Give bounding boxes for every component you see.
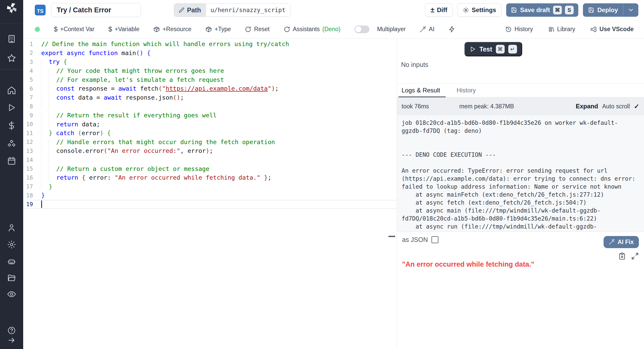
code-line[interactable]: 14 <box>23 155 397 164</box>
workers-robot-icon[interactable] <box>7 257 16 266</box>
code-line[interactable]: 16 return { error: "An error occurred wh… <box>23 173 397 182</box>
line-number: 19 <box>23 201 33 207</box>
reset-button[interactable]: Reset <box>245 26 269 33</box>
favorites-star-icon[interactable] <box>7 54 16 63</box>
variables-dollar-icon[interactable] <box>7 121 16 130</box>
settings-gear-icon[interactable] <box>7 240 16 249</box>
copy-result-icon[interactable] <box>618 252 626 260</box>
line-number: 15 <box>23 165 33 172</box>
path-edit-button[interactable]: Path <box>174 4 206 16</box>
autoscroll-checkmark-icon[interactable]: ✓ <box>634 103 639 110</box>
code-line[interactable]: 10 return data; <box>23 120 397 129</box>
multiplayer-toggle[interactable] <box>354 25 369 33</box>
use-vscode-button[interactable]: Use VScode <box>590 26 634 33</box>
collapse-arrow-icon[interactable] <box>7 336 16 344</box>
audit-eye-icon[interactable] <box>7 290 16 299</box>
tab-history[interactable]: History <box>455 83 477 97</box>
history-button[interactable]: History <box>505 26 533 33</box>
dollar-icon: $ <box>54 25 57 33</box>
diff-button[interactable]: ± Diff <box>425 3 453 17</box>
autoscroll-label[interactable]: Auto scroll <box>602 103 630 110</box>
preview-top: Test ⌘ ↵ No inputs <box>397 39 644 83</box>
save-icon <box>511 7 517 13</box>
line-number: 1 <box>23 41 33 47</box>
ai-label: AI <box>429 26 435 33</box>
line-number: 4 <box>23 68 33 74</box>
users-person-icon[interactable] <box>7 223 16 232</box>
line-number: 13 <box>23 148 33 154</box>
line-number: 11 <box>23 130 33 136</box>
connection-status-dot <box>35 27 40 32</box>
as-json-checkbox[interactable] <box>431 236 438 243</box>
toolbar-left: $ +Context Var $ +Variable +Resource +Ty… <box>35 25 455 33</box>
deploy-label: Deploy <box>597 6 618 14</box>
code-line[interactable]: 11 } catch (error) { <box>23 129 397 138</box>
cmd-key-badge: ⌘ <box>496 45 505 54</box>
settings-button[interactable]: Settings <box>457 3 502 17</box>
workspace-building-icon[interactable] <box>7 34 16 43</box>
ai-button[interactable]: AI <box>420 26 435 33</box>
add-type-label: +Type <box>215 26 231 33</box>
path-group[interactable]: Path u/henri/snazzy_script <box>174 3 290 17</box>
path-value[interactable]: u/henri/snazzy_script <box>206 4 290 16</box>
preview-panel: Test ⌘ ↵ No inputs Logs & Result History… <box>397 39 644 349</box>
enter-key-badge: ↵ <box>508 45 517 54</box>
overview-ruler-cursor-mark <box>388 236 395 237</box>
home-icon[interactable] <box>7 86 16 95</box>
code-line[interactable]: 8 <box>23 102 397 111</box>
refresh-icon <box>284 26 290 33</box>
runs-play-icon[interactable] <box>7 103 16 112</box>
deploy-button[interactable]: Deploy <box>583 3 623 17</box>
code-line[interactable]: 5 // For example, let's simulate a fetch… <box>23 75 397 84</box>
history-clock-icon <box>505 26 512 33</box>
code-line[interactable]: 1// Define the main function which will … <box>23 40 397 49</box>
line-number: 9 <box>23 112 33 119</box>
sidebar-divider <box>0 23 23 23</box>
code-line[interactable]: 7 const data = await response.json(); <box>23 93 397 102</box>
windmill-logo-icon[interactable] <box>6 2 18 15</box>
code-line[interactable]: 12 // Handle errors that might occur dur… <box>23 138 397 147</box>
result-error-text: "An error occurred while fetching data." <box>402 260 639 268</box>
line-number: 12 <box>23 139 33 145</box>
reset-label: Reset <box>254 26 269 33</box>
folders-icon[interactable] <box>7 273 16 283</box>
code-line[interactable]: 6 const response = await fetch("https://… <box>23 84 397 93</box>
instant-preview-button[interactable] <box>448 26 455 33</box>
line-number: 16 <box>23 174 33 181</box>
library-button[interactable]: Library <box>548 26 575 33</box>
code-lines: 1// Define the main function which will … <box>23 40 397 209</box>
code-editor[interactable]: 1// Define the main function which will … <box>23 39 397 349</box>
test-button[interactable]: Test ⌘ ↵ <box>464 42 522 56</box>
code-line[interactable]: 17 } <box>23 182 397 191</box>
pencil-icon <box>179 7 184 13</box>
run-stats-bar: took 76ms mem peak: 4.387MB Expand Auto … <box>397 97 644 115</box>
code-line[interactable]: 18} <box>23 191 397 200</box>
code-line[interactable]: 13 console.error("An error occurred:", e… <box>23 146 397 155</box>
plus-minus-icon: ± <box>430 6 434 14</box>
code-line[interactable]: 4 // Your code that might throw errors g… <box>23 66 397 75</box>
resources-boxes-icon[interactable] <box>7 139 16 148</box>
assistants-button[interactable]: Assistants (Deno) <box>284 26 341 33</box>
save-icon <box>588 7 594 13</box>
code-line[interactable]: 9 // Return the result if everything goe… <box>23 111 397 120</box>
ai-fix-button[interactable]: AI Fix <box>604 236 639 248</box>
add-variable-button[interactable]: $ +Variable <box>108 25 140 33</box>
line-number: 17 <box>23 183 33 190</box>
line-number: 10 <box>23 121 33 127</box>
help-icon[interactable] <box>7 326 16 335</box>
code-line[interactable]: 3 try { <box>23 57 397 66</box>
deploy-menu-button[interactable] <box>623 3 638 17</box>
code-line[interactable]: 15 // Return a custom error object or me… <box>23 164 397 173</box>
script-title-input[interactable]: Try / Catch Error <box>51 3 141 17</box>
add-resource-button[interactable]: +Resource <box>153 26 191 33</box>
schedules-calendar-icon[interactable] <box>7 156 16 165</box>
code-line[interactable]: 2export async function main() { <box>23 49 397 58</box>
add-type-button[interactable]: +Type <box>205 26 231 33</box>
save-draft-button[interactable]: Save draft ⌘ S <box>506 3 578 17</box>
tab-logs-result[interactable]: Logs & Result <box>401 83 441 97</box>
expand-result-icon[interactable] <box>631 252 639 260</box>
job-logs[interactable]: job 018c20cd-a1b5-bd6b-0d80-f1b9d4c35e26… <box>397 115 644 232</box>
expand-logs-button[interactable]: Expand <box>576 103 598 110</box>
code-line[interactable]: 19 <box>23 200 397 209</box>
add-context-var-button[interactable]: $ +Context Var <box>54 25 95 33</box>
